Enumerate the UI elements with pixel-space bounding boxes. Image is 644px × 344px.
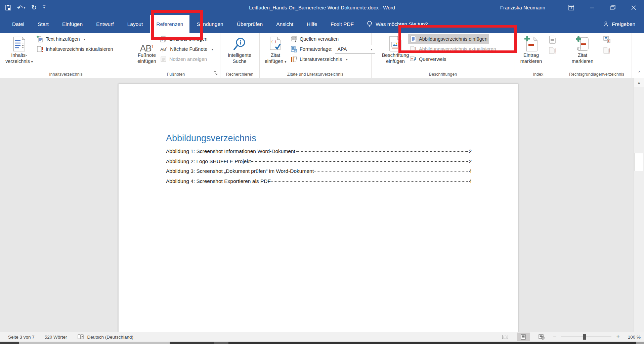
vertical-scrollbar[interactable]: ▲ <box>634 78 644 332</box>
toc-label-line1: Inhalts- <box>11 52 27 58</box>
scroll-up-button[interactable]: ▲ <box>634 78 644 87</box>
minimize-button[interactable] <box>582 0 602 15</box>
insert-citation-icon: (–) <box>269 37 282 51</box>
manage-sources-button[interactable]: Quellen verwalten <box>289 34 340 44</box>
manage-sources-label: Quellen verwalten <box>300 36 339 42</box>
smart-lookup-button[interactable]: IntelligenteSuche <box>222 34 257 64</box>
print-layout-icon <box>521 334 526 340</box>
toc-entry-page: 2 <box>469 148 472 154</box>
next-footnote-button[interactable]: AB1→ Nächste Fußnote <box>159 44 215 54</box>
style-select[interactable]: APA <box>335 45 375 54</box>
share-label: Freigeben <box>612 21 635 27</box>
zoom-slider[interactable] <box>561 337 611 337</box>
tab-ansicht[interactable]: Ansicht <box>270 15 300 33</box>
redo-button[interactable]: ↻ <box>31 4 37 11</box>
toc-entry[interactable]: Abbildung 4: Screenshot Exportieren als … <box>166 178 472 188</box>
tab-ueberpruefen[interactable]: Überprüfen <box>230 15 269 33</box>
tab-start[interactable]: Start <box>31 15 55 33</box>
taskbar-segment <box>636 342 644 344</box>
insert-index-button[interactable] <box>547 35 558 44</box>
insert-table-of-authorities-button[interactable] <box>601 35 613 44</box>
mark-citation-button[interactable]: Zitatmarkieren <box>566 34 599 64</box>
group-label-fussnoten: Fußnoten <box>132 72 220 77</box>
smart-lookup-label-line2: Suche <box>232 59 246 64</box>
toc-entry-label: Abbildung 4: Screenshot Exportieren als … <box>166 178 271 184</box>
footnote-ab1-icon: AB1 <box>140 43 154 51</box>
taskbar-segment <box>214 342 228 344</box>
toc-entry[interactable]: Abbildung 1: Screenshot Informationen Wo… <box>166 148 472 158</box>
group-zitate: (–) Zitateinfügen Quellen verwalten Form… <box>259 33 372 78</box>
share-button[interactable]: Freigeben <box>594 15 644 33</box>
tab-layout[interactable]: Layout <box>121 15 149 33</box>
svg-text:(–): (–) <box>271 39 276 43</box>
document-area: Abbildungsverzeichnis Abbildung 1: Scree… <box>0 78 644 332</box>
ribbon-display-options-button[interactable] <box>561 0 582 15</box>
style-icon <box>291 46 297 52</box>
mark-citation-label-line2: markieren <box>572 59 593 64</box>
footnote-label-line1: Fußnote <box>138 52 156 58</box>
status-right: − + 100 % <box>499 333 644 341</box>
toc-entry-page: 4 <box>469 168 472 174</box>
add-text-button[interactable]: Text hinzufügen <box>35 34 87 44</box>
zoom-slider-thumb[interactable] <box>583 334 586 340</box>
scrollbar-thumb[interactable] <box>635 153 643 171</box>
word-count[interactable]: 520 Wörter <box>45 335 67 340</box>
mark-citation-label-line1: Zitat <box>578 52 587 58</box>
close-button[interactable] <box>623 0 644 15</box>
zoom-out-button[interactable]: − <box>553 334 557 340</box>
ribbon: Inhalts-verzeichnis Text hinzufügen Inha… <box>0 33 644 78</box>
undo-icon: ↶ <box>17 4 23 12</box>
page-indicator[interactable]: Seite 3 von 7 <box>8 335 35 340</box>
group-label-index: Index <box>515 72 562 77</box>
tab-hilfe[interactable]: Hilfe <box>300 15 324 33</box>
update-table-of-authorities-icon <box>603 47 610 54</box>
collapse-ribbon-button[interactable]: ⌃ <box>637 70 641 76</box>
show-notes-label: Notizen anzeigen <box>169 56 207 62</box>
restore-button[interactable] <box>602 0 623 15</box>
group-inhaltsverzeichnis: Inhalts-verzeichnis Text hinzufügen Inha… <box>0 33 132 78</box>
title-bar: ↶▾ ↻ ▔▾ Leitfaden_Hands-On_Barrierefreie… <box>0 0 644 15</box>
undo-caret-icon[interactable]: ▾ <box>24 6 26 9</box>
mark-citation-icon <box>575 36 590 51</box>
next-footnote-label: Nächste Fußnote <box>170 46 207 52</box>
person-icon <box>603 21 609 27</box>
web-layout-button[interactable] <box>535 333 548 341</box>
cross-reference-button[interactable]: Querverweis <box>408 54 448 64</box>
update-toc-button[interactable]: Inhaltsverzeichnis aktualisieren <box>35 44 115 54</box>
tab-einfuegen[interactable]: Einfügen <box>56 15 89 33</box>
taskbar-segment <box>170 342 214 344</box>
bibliography-button[interactable]: Literaturverzeichnis <box>289 54 349 64</box>
insert-index-icon <box>549 36 556 44</box>
tab-foxit-pdf[interactable]: Foxit PDF <box>324 15 360 33</box>
dot-leader <box>271 181 468 182</box>
annotation-box-referenzen-tab <box>151 10 203 40</box>
dot-leader <box>296 151 468 152</box>
save-button[interactable] <box>5 5 11 10</box>
tab-datei[interactable]: Datei <box>6 15 31 33</box>
table-of-contents-button[interactable]: Inhalts-verzeichnis <box>5 34 34 65</box>
toc-entry[interactable]: Abbildung 2: Logo SHUFFLE Projekt 2 <box>166 158 472 168</box>
tab-entwurf[interactable]: Entwurf <box>90 15 120 33</box>
toc-entry-label: Abbildung 3: Screenshot „Dokument prüfen… <box>166 168 314 174</box>
insert-citation-button[interactable]: (–) Zitateinfügen <box>263 34 288 65</box>
read-mode-button[interactable] <box>499 333 512 341</box>
annotation-box-abbildungsverzeichnis <box>398 25 517 53</box>
document-page[interactable]: Abbildungsverzeichnis Abbildung 1: Scree… <box>118 84 518 332</box>
taskbar-segment <box>0 342 19 344</box>
zoom-in-button[interactable]: + <box>616 334 620 340</box>
proofing-status[interactable]: Deutsch (Deutschland) <box>77 334 133 340</box>
table-of-figures: Abbildung 1: Screenshot Informationen Wo… <box>166 148 472 188</box>
update-toc-label: Inhaltsverzeichnis aktualisieren <box>46 46 113 52</box>
quick-access-toolbar: ↶▾ ↻ ▔▾ <box>5 0 45 15</box>
language-indicator[interactable]: Deutsch (Deutschland) <box>87 335 133 340</box>
print-layout-button[interactable] <box>517 333 530 341</box>
update-index-icon <box>549 47 556 54</box>
toc-entry[interactable]: Abbildung 3: Screenshot „Dokument prüfen… <box>166 168 472 178</box>
zoom-level[interactable]: 100 % <box>625 335 641 340</box>
customize-qat-button[interactable]: ▔▾ <box>43 6 45 9</box>
mark-entry-button[interactable]: Eintragmarkieren <box>517 34 546 64</box>
signed-in-user[interactable]: Franziska Neumann <box>500 5 545 10</box>
bibliography-label: Literaturverzeichnis <box>300 56 342 62</box>
insert-citation-label-line1: Zitat <box>271 52 280 58</box>
undo-button[interactable]: ↶▾ <box>17 4 25 12</box>
